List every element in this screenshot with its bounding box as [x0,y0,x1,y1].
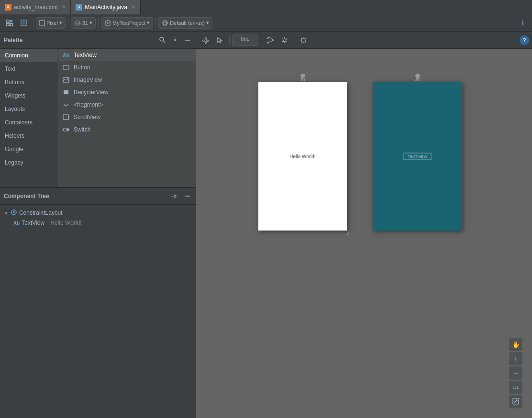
zoom-out-btn[interactable]: − [509,366,522,380]
svg-rect-28 [68,116,69,118]
api-chevron: ▾ [89,20,92,26]
palette-cat-layouts[interactable]: Layouts [0,102,57,116]
wrench-dark-icon [415,74,421,83]
design-sep-2 [261,35,261,45]
design-toolbar: 0dp [196,32,532,49]
recyclerview-icon [62,88,70,96]
design-mode-btn[interactable] [3,16,16,30]
palette-item-switch-label: Switch [74,126,90,133]
palette-search-btn[interactable] [157,35,167,45]
tree-item-constraint-label: ConstraintLayout [19,209,63,216]
palette-header: Palette [0,32,196,49]
pan-tool-btn[interactable]: ✋ [509,338,522,351]
tree-header-icons [169,191,192,201]
wrench-light-icon [300,74,306,83]
zoom-in-btn[interactable]: + [509,352,522,365]
tab-xml[interactable]: X activity_main.xml ✕ [0,0,71,14]
pan-icon: ✋ [512,341,520,348]
palette-cat-containers[interactable]: Containers [0,116,57,129]
tab-bar: X activity_main.xml ✕ J MainActivity.jav… [0,0,532,14]
palette-cat-text[interactable]: Text [0,62,57,76]
palette-header-icons [157,35,192,45]
palette-cat-buttons[interactable]: Buttons [0,76,57,89]
canvas-area[interactable]: Hello World! [196,49,532,418]
device-dropdown[interactable]: Pixel ▾ [36,17,66,29]
design-help: ? [520,35,529,45]
svg-text:API: API [76,22,81,25]
fragment-icon: <> [62,101,70,109]
tree-minimize-btn[interactable] [182,191,192,201]
api-label: 31 [82,20,88,26]
design-sep-1 [229,35,230,45]
device-chevron: ▾ [59,20,62,26]
phone-dark-content: TEXTVIEW [373,82,462,231]
pan-mode-btn[interactable] [199,33,212,47]
svg-rect-20 [63,66,69,69]
palette-item-switch[interactable]: Switch [57,123,196,136]
scrollview-icon [62,113,70,121]
path-btn[interactable] [264,33,277,47]
svg-rect-1 [7,23,9,26]
toolbar-right-spacer: ℹ [516,16,529,30]
palette-body: Common Text Buttons Widgets Layouts Cont… [0,49,196,187]
project-chevron: ▾ [147,20,150,26]
palette-minimize-btn[interactable] [182,35,192,45]
palette-item-textview[interactable]: Ab TextView [57,49,196,61]
design-help-btn[interactable]: ? [520,35,529,45]
sep-3 [98,18,99,28]
project-dropdown[interactable]: MyTestProject ▾ [101,17,153,29]
palette-cat-widgets[interactable]: Widgets [0,89,57,102]
svg-rect-3 [10,23,12,26]
zoom-aspect-btn[interactable] [509,395,522,408]
tab-xml-close[interactable]: ✕ [62,4,66,10]
palette-item-recyclerview[interactable]: RecyclerView [57,86,196,99]
locale-dropdown[interactable]: Default (en-us) ▾ [158,17,212,29]
tree-item-textview[interactable]: Ab TextView "Hello World!" [4,218,192,228]
svg-point-9 [42,25,43,26]
palette-cat-google[interactable]: Google [0,143,57,156]
tab-xml-label: activity_main.xml [14,4,57,11]
api-dropdown[interactable]: API 31 ▾ [71,17,96,29]
zoom-fit-btn[interactable]: 1:1 [509,381,522,394]
palette-categories: Common Text Buttons Widgets Layouts Cont… [0,49,57,187]
constraint-icon [11,209,17,217]
tree-item-constraint[interactable]: ▼ ConstraintLayout [4,208,192,218]
dp-input[interactable]: 0dp [232,34,258,46]
component-tree-header: Component Tree [0,187,196,205]
svg-rect-0 [7,20,9,22]
palette-item-button[interactable]: Button [57,61,196,74]
tab-java[interactable]: J MainActivity.java ✕ [71,0,140,14]
tree-settings-btn[interactable] [169,191,180,201]
sep-2 [68,18,68,28]
tree-item-textview-label: TextView [22,220,44,226]
palette-item-scrollview[interactable]: ScrollView [57,111,196,123]
select-mode-btn[interactable] [213,33,227,47]
constraints-btn[interactable] [297,33,310,47]
palette-settings-btn[interactable] [169,35,180,45]
zoom-in-icon: + [514,355,518,363]
info-btn[interactable]: ℹ [516,16,529,30]
main-layout: Palette [0,32,532,418]
project-label: MyTestProject [112,20,145,26]
palette-title: Palette [4,37,157,44]
svg-point-22 [67,78,68,79]
locale-chevron: ▾ [206,20,209,26]
resize-handle[interactable] [344,231,351,238]
palette-item-imageview-label: ImageView [74,77,102,83]
magic-btn[interactable] [278,33,291,47]
zoom-fit-label: 1:1 [513,385,519,390]
palette-cat-common[interactable]: Common [0,49,57,62]
palette-cat-helpers[interactable]: Helpers [0,129,57,143]
device-label: Pixel [46,20,58,26]
component-tree-title: Component Tree [4,193,169,199]
palette-item-fragment[interactable]: <> <fragment> [57,99,196,111]
palette-items: Ab TextView Button [57,49,196,187]
tree-item-textview-subtext: "Hello World!" [48,220,84,226]
palette-cat-legacy[interactable]: Legacy [0,156,57,169]
blueprint-btn[interactable] [17,16,31,30]
phone-light-container: Hello World! [258,82,347,231]
palette-item-imageview[interactable]: ImageView [57,74,196,86]
tab-java-close[interactable]: ✕ [132,4,135,10]
svg-point-31 [174,195,176,197]
constraint-arrow: ▼ [4,210,9,216]
